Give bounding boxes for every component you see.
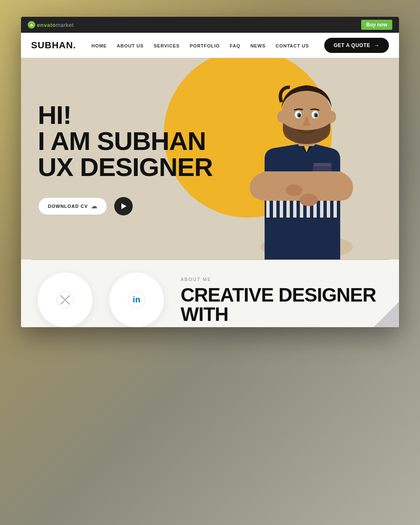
play-button[interactable] — [114, 197, 133, 215]
nav-news[interactable]: NEWS — [250, 43, 265, 48]
svg-point-15 — [298, 114, 301, 117]
person-figure — [239, 66, 374, 260]
corner-decoration — [374, 302, 399, 327]
envato-bar: envatomarket Buy now — [21, 17, 399, 33]
about-me-label: ABOUT ME — [181, 277, 382, 282]
svg-point-16 — [315, 114, 318, 117]
envato-logo: envatomarket — [28, 21, 74, 29]
cloud-icon: ☁ — [91, 203, 97, 210]
svg-rect-6 — [314, 163, 331, 166]
svg-point-7 — [299, 194, 318, 206]
svg-point-8 — [286, 184, 302, 196]
buy-now-button[interactable]: Buy now — [361, 20, 392, 30]
person-svg — [239, 66, 374, 260]
svg-text:in: in — [133, 295, 140, 304]
nav-home[interactable]: HOME — [92, 43, 107, 48]
nav-contact[interactable]: CONTACT US — [276, 43, 309, 48]
about-heading: CREATIVE DESIGNER WITH — [181, 285, 382, 324]
envato-logo-text: envatomarket — [37, 22, 74, 28]
circle-icon-linkedin[interactable]: in — [109, 273, 164, 327]
behance-icon — [56, 291, 74, 309]
get-quote-button[interactable]: GET A QUOTE → — [324, 38, 389, 53]
site-nav-links: HOME ABOUT US SERVICES PORTFOLIO FAQ NEW… — [92, 42, 309, 49]
nav-services[interactable]: SERVICES — [154, 43, 180, 48]
svg-point-17 — [277, 111, 286, 123]
about-section: in ABOUT ME CREATIVE DESIGNER WITH — [21, 260, 399, 327]
site-logo: SUBHAN. — [31, 40, 76, 51]
arrow-icon: → — [374, 42, 380, 49]
circle-icon-behance[interactable] — [38, 273, 92, 327]
download-cv-button[interactable]: DOWNLOAD CV ☁ — [38, 197, 108, 215]
nav-portfolio[interactable]: PORTFOLIO — [190, 43, 220, 48]
play-icon — [121, 203, 126, 209]
site-navbar: SUBHAN. HOME ABOUT US SERVICES PORTFOLIO… — [21, 33, 399, 58]
envato-logo-icon — [28, 21, 35, 29]
hero-section: HI! I AM SUBHAN UX DESIGNER DOWNLOAD CV … — [21, 58, 399, 260]
nav-faq[interactable]: FAQ — [230, 43, 240, 48]
svg-point-18 — [328, 111, 336, 123]
browser-window: envatomarket Buy now SUBHAN. HOME ABOUT … — [21, 17, 399, 327]
nav-about[interactable]: ABOUT US — [117, 43, 144, 48]
linkedin-icon: in — [127, 291, 146, 309]
about-text-area: ABOUT ME CREATIVE DESIGNER WITH — [181, 273, 382, 324]
